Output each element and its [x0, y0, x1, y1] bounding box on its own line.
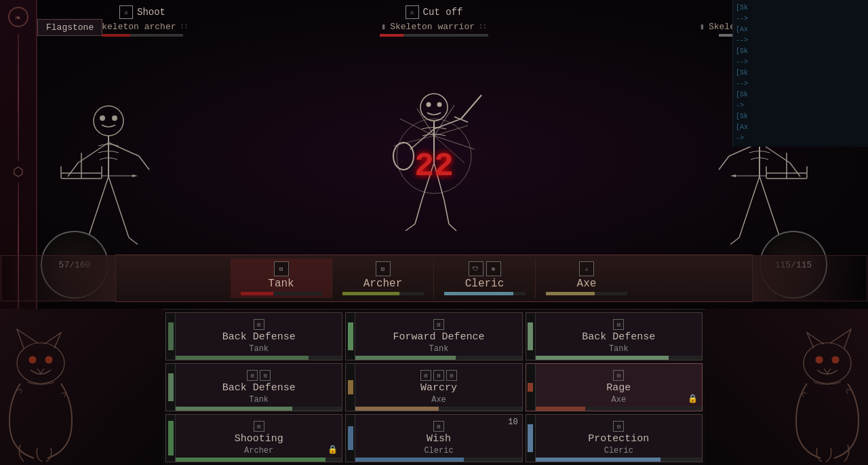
location-label: Flagstone — [37, 19, 102, 36]
ability-bottom-fill-5 — [355, 407, 439, 411]
ability-left-bar-8 — [346, 415, 355, 462]
tank-slot-name: Tank — [268, 278, 294, 290]
svg-line-4 — [78, 143, 108, 163]
svg-line-49 — [790, 163, 800, 176]
archer-hp-fill — [342, 292, 399, 295]
ability-left-bar-7 — [166, 415, 176, 462]
svg-line-6 — [68, 163, 78, 176]
enemy-center-action: ⚔ Cut off — [406, 5, 463, 19]
skeletons-area: 22 — [41, 54, 827, 258]
center-warrior-area: 22 — [366, 81, 502, 258]
enemy-center-name-row: ▮ Skeleton warrior :: — [381, 22, 487, 32]
ability-icon-2: ⊟ — [433, 319, 444, 330]
wish-count: 10 — [508, 417, 517, 427]
svg-line-35 — [461, 95, 481, 119]
scroll-top-ornament: ❧ — [8, 7, 28, 27]
ability-left-fill-8 — [348, 426, 353, 450]
svg-marker-56 — [730, 174, 736, 177]
tank-hp-fill — [241, 292, 273, 295]
enemy-center-hp-bar — [380, 34, 488, 37]
left-wing — [1, 255, 116, 301]
svg-point-1 — [100, 115, 105, 121]
tank-slot-icon: ⊟ — [274, 261, 289, 276]
left-creature-art — [0, 309, 163, 465]
ability-icon-7: ⊟ — [254, 421, 264, 432]
tank-hp-bar — [241, 292, 322, 295]
ability-icon-row-2: ⊟ — [433, 319, 444, 330]
ability-bottom-fill-1 — [176, 356, 309, 360]
enemy-left-dots: :: — [180, 23, 189, 31]
axe-hp-fill — [546, 292, 595, 295]
ability-type-1: Tank — [249, 344, 269, 354]
ability-left-fill-1 — [168, 322, 174, 350]
ability-icon-row-1: ⊟ — [254, 319, 264, 330]
left-beast-svg — [0, 309, 163, 465]
party-slot-axe[interactable]: ⚔ Axe — [536, 259, 637, 298]
svg-line-60 — [739, 217, 746, 238]
svg-line-50 — [719, 156, 729, 170]
ability-type-2: Tank — [429, 344, 449, 354]
ability-name-5: Warcry — [420, 382, 457, 394]
ability-bottom-1 — [176, 356, 342, 360]
tank-icon-row: ⊟ — [274, 261, 289, 276]
ability-back-defense-3[interactable]: ⊟ ⊟ Back Defense Tank — [165, 363, 342, 411]
ability-bottom-4 — [176, 407, 342, 411]
archer-slot-name: Archer — [363, 278, 403, 290]
ability-icon-5b: ⊟ — [433, 370, 444, 381]
ability-icon-row-9: ⊟ — [613, 421, 624, 432]
ability-type-9: Cleric — [604, 446, 633, 455]
ability-bottom-9 — [536, 458, 702, 462]
enemy-card-center: ⚔ Cut off ▮ Skeleton warrior :: — [359, 5, 509, 49]
ability-bottom-fill-6 — [536, 407, 586, 411]
right-wing — [752, 255, 867, 301]
ability-shooting-archer[interactable]: ⊟ Shooting Archer 🔒 — [165, 414, 342, 462]
ability-left-bar-6 — [526, 364, 536, 411]
right-beast-svg — [705, 309, 868, 465]
ability-left-fill-2 — [348, 322, 353, 350]
ability-left-bar-3 — [526, 313, 536, 360]
party-slot-archer[interactable]: ⊟ Archer — [332, 259, 434, 298]
party-slot-tank[interactable]: ⊟ Tank — [231, 259, 332, 298]
ability-name-6: Rage — [606, 382, 631, 394]
log-content: [Sk --> [Ax --> [Sk --> [Sk --> [Sk -> [… — [736, 3, 865, 144]
cleric-slot-icon-shield: 🛡 — [469, 261, 484, 276]
right-creature-art — [705, 309, 868, 465]
ability-icon-3: ⊟ — [613, 319, 624, 330]
enemy-center-name: Skeleton warrior — [390, 22, 475, 32]
scroll-symbol: ⬡ — [13, 164, 24, 179]
svg-line-62 — [730, 238, 739, 244]
archer-icon-row: ⊟ — [376, 261, 391, 276]
svg-line-17 — [122, 217, 129, 238]
ability-left-fill-3 — [528, 322, 533, 350]
party-slot-cleric[interactable]: 🛡 ⊕ Cleric — [434, 259, 536, 298]
enemy-center-action-label: Cut off — [423, 7, 463, 18]
svg-point-67 — [832, 356, 839, 363]
ability-protection-cleric[interactable]: ⊟ Protection Cleric — [526, 414, 703, 462]
enemy-section: ⚔ Shoot Skeleton archer :: ⚔ Cut off ▮ S… — [41, 0, 827, 54]
ability-bottom-fill-3 — [536, 356, 669, 360]
ability-wish-cleric[interactable]: ⊟ Wish Cleric 10 — [345, 414, 522, 462]
ability-icon-row-6: ⊟ — [613, 370, 624, 381]
ability-warcry-axe[interactable]: ⊟ ⊟ ⊟ Warcry Axe — [345, 363, 522, 411]
ability-back-defense-2[interactable]: ⊟ Back Defense Tank — [526, 312, 703, 360]
ability-panel: ⊟ Back Defense Tank ⊟ Forward Defence Ta… — [0, 309, 868, 465]
svg-point-68 — [816, 356, 823, 363]
enemy-left-action-label: Shoot — [137, 7, 165, 18]
ability-rage-axe[interactable]: ⊟ Rage Axe 🔒 — [526, 363, 703, 411]
ability-icon-row-5: ⊟ ⊟ ⊟ — [420, 370, 457, 381]
ability-forward-defence-tank[interactable]: ⊟ Forward Defence Tank — [345, 312, 522, 360]
ability-icon-1: ⊟ — [254, 319, 264, 330]
cleric-slot-name: Cleric — [465, 278, 505, 290]
svg-point-64 — [29, 356, 36, 363]
ability-left-bar-2 — [346, 313, 355, 360]
ability-icon-5: ⊟ — [420, 370, 431, 381]
enemy-left-hp-bar — [102, 34, 183, 37]
ability-icon-row-8: ⊟ — [433, 421, 444, 432]
ability-back-defense-1[interactable]: ⊟ Back Defense Tank — [165, 312, 342, 360]
rage-lock-icon: 🔒 — [688, 394, 698, 404]
ability-bottom-3 — [536, 356, 702, 360]
ability-left-bar-5 — [346, 364, 355, 411]
ability-left-fill-6 — [528, 383, 533, 392]
enemy-left-hp-fill — [102, 34, 130, 37]
ability-name-8: Wish — [427, 433, 451, 445]
